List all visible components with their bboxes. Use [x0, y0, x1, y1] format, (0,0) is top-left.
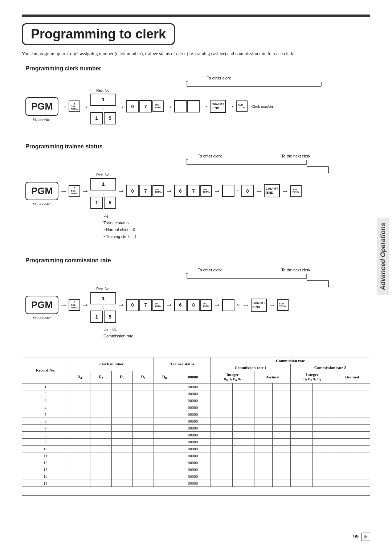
colon-3: : — [90, 305, 116, 309]
mode-switch-label-1: Mode switch — [33, 118, 52, 122]
cell-cr1-0 — [211, 473, 233, 480]
cell-cr1-1 — [233, 466, 254, 473]
cell-record-no: 10 — [22, 445, 69, 452]
cell-clerk-num-2 — [111, 424, 132, 431]
cell-cr1-0 — [211, 459, 233, 466]
ca-box-2: CA/AMT/END — [264, 184, 280, 197]
arrow-1e: → — [201, 102, 208, 111]
cell-clerk-num-1 — [90, 418, 111, 424]
cell-cr1-3 — [272, 431, 290, 438]
cell-cr1-3 — [272, 459, 290, 466]
cell-trainee-default: 00000 — [175, 438, 211, 445]
cell-cr1-3 — [272, 397, 290, 404]
cell-clerk-num-2 — [111, 459, 132, 466]
cell-cr1-3 — [272, 452, 290, 459]
svg-marker-18 — [186, 272, 188, 274]
table-row: 200000 — [22, 390, 370, 397]
cell-clerk-num-1 — [90, 411, 111, 418]
cell-cr1-0 — [211, 445, 233, 452]
cell-clerk-num-1 — [90, 404, 111, 411]
table-row: 1100000 — [22, 452, 370, 459]
cell-cr2-2 — [334, 480, 352, 487]
cell-trainee-default: 00000 — [175, 424, 211, 431]
cell-cr2-0 — [290, 466, 312, 473]
cell-cr2-2 — [334, 438, 352, 445]
cell-trainee-default: 00000 — [175, 459, 211, 466]
cell-cr1-2 — [254, 438, 273, 445]
flow-row-3: PGM Mode switch → 3SUBTOTAL → Rec. No. 1… — [25, 287, 370, 323]
key-6-2: 6 — [174, 185, 187, 197]
cell-clerk-num-3 — [133, 445, 154, 452]
cell-trainee-d8 — [154, 466, 175, 473]
th-ts-d8: D8 — [154, 371, 175, 383]
cell-cr1-0 — [211, 424, 233, 431]
cell-trainee-default: 00000 — [175, 383, 211, 390]
cell-trainee-default: 00000 — [175, 418, 211, 424]
table-row: 100000 — [22, 383, 370, 390]
cell-cr1-3 — [272, 480, 290, 487]
table-row: 300000 — [22, 397, 370, 404]
cell-trainee-d8 — [154, 473, 175, 480]
cell-cr1-0 — [211, 466, 233, 473]
cell-trainee-default: 00000 — [175, 445, 211, 452]
cell-trainee-d8 — [154, 411, 175, 418]
cell-cr1-1 — [233, 459, 254, 466]
cell-clerk-num-2 — [111, 466, 132, 473]
cell-cr2-1 — [312, 411, 334, 418]
cell-cr2-2 — [334, 390, 352, 397]
key-15-row-3: 1 5 — [90, 311, 116, 323]
cell-trainee-d8 — [154, 431, 175, 438]
cell-cr1-2 — [254, 411, 273, 418]
cell-cr1-2 — [254, 390, 273, 397]
cell-trainee-d8 — [154, 452, 175, 459]
cell-record-no: 15 — [22, 480, 69, 487]
cell-clerk-num-3 — [133, 390, 154, 397]
cell-clerk-num-0 — [69, 431, 90, 438]
cell-cr2-2 — [334, 418, 352, 424]
cell-cr1-1 — [233, 411, 254, 418]
cell-clerk-num-3 — [133, 452, 154, 459]
cell-clerk-num-3 — [133, 431, 154, 438]
key-67-subtotal-2: SUBTOTAL — [200, 185, 212, 197]
th-cr2-int: IntegerD4 D3 D2 D1 — [290, 371, 334, 383]
cell-cr2-0 — [290, 390, 312, 397]
normal-clerk-note: • Normal clerk = 0 — [103, 226, 370, 233]
arrow-3f: → — [242, 301, 249, 309]
arrow-3d: → — [166, 301, 173, 309]
cell-cr1-2 — [254, 397, 273, 404]
arrow-3g: → — [268, 301, 275, 309]
cell-trainee-d8 — [154, 383, 175, 390]
cell-clerk-num-3 — [133, 466, 154, 473]
pgm-box-1: PGM — [25, 97, 58, 116]
cell-cr2-1 — [312, 466, 334, 473]
d8-d1-label: D₈ ~ D₁ — [103, 326, 370, 333]
cell-cr2-0 — [290, 404, 312, 411]
cell-clerk-num-0 — [69, 480, 90, 487]
cell-record-no: 7 — [22, 424, 69, 431]
flow-row-1: PGM Mode switch → 3SUBTOTAL → Rec. No. 1… — [25, 89, 370, 124]
cell-clerk-num-1 — [90, 452, 111, 459]
blank-box-1a — [174, 100, 187, 112]
cell-record-no: 2 — [22, 390, 69, 397]
cell-cr2-3 — [352, 390, 370, 397]
table-row: 600000 — [22, 418, 370, 424]
cell-clerk-num-0 — [69, 411, 90, 418]
commission-rate-label: Commission rate — [103, 333, 370, 340]
cell-cr1-1 — [233, 397, 254, 404]
table-row: 500000 — [22, 411, 370, 418]
cell-clerk-num-1 — [90, 438, 111, 445]
section-heading-trainee: Programming trainee status — [25, 143, 370, 150]
section-trainee-status: Programming trainee status To other cler… — [25, 143, 370, 247]
cell-record-no: 9 — [22, 438, 69, 445]
table-row: 400000 — [22, 404, 370, 411]
table-row: 1300000 — [22, 466, 370, 473]
cell-cr2-1 — [312, 424, 334, 431]
cell-cr2-1 — [312, 452, 334, 459]
arrow-1f: → — [227, 102, 234, 111]
mode-switch-label-3: Mode switch — [33, 316, 52, 320]
svg-marker-13 — [328, 172, 329, 173]
cell-cr1-2 — [254, 383, 273, 390]
cell-cr1-0 — [211, 383, 233, 390]
cell-clerk-num-2 — [111, 431, 132, 438]
cell-cr1-2 — [254, 445, 273, 452]
